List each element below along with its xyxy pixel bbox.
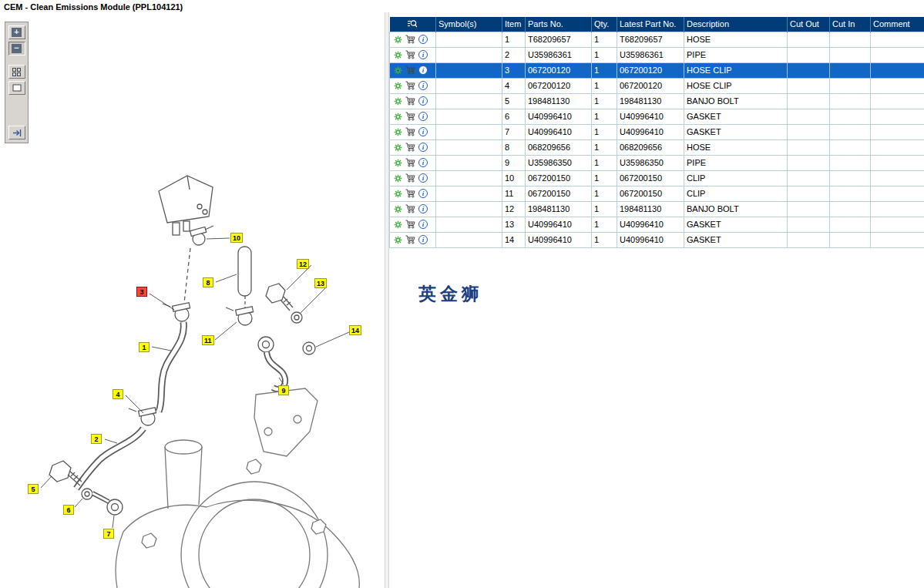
cell-parts-no: U40996410 [526,109,592,124]
single-view-button[interactable] [8,81,25,95]
gear-icon[interactable] [394,35,402,44]
table-row[interactable]: i 9 U35986350 1 U35986350 PIPE [390,155,924,170]
cell-symbols [436,47,502,62]
transfer-button[interactable] [8,126,25,139]
callout-9[interactable]: 9 [278,385,289,395]
gear-icon[interactable] [394,113,402,121]
callout-14[interactable]: 14 [349,325,361,335]
table-row[interactable]: i 13 U40996410 1 U40996410 GASKET [390,217,924,232]
info-icon[interactable]: i [418,66,428,75]
gear-icon[interactable] [394,205,402,213]
cart-icon[interactable] [405,220,415,229]
gear-icon[interactable] [394,82,402,90]
callout-2[interactable]: 2 [91,434,102,444]
cart-icon[interactable] [405,143,415,152]
info-icon[interactable]: i [418,81,428,90]
callout-11[interactable]: 11 [202,335,214,345]
gear-icon[interactable] [394,190,402,198]
cell-comment [871,62,924,78]
gear-icon[interactable] [394,97,402,106]
gear-icon[interactable] [394,174,402,183]
table-row[interactable]: i 4 067200120 1 067200120 HOSE CLIP [390,78,924,93]
column-header-cut-in[interactable]: Cut In [830,17,871,32]
cell-cut-in [830,217,871,232]
column-header-description[interactable]: Description [684,17,788,32]
cart-icon[interactable] [405,173,415,183]
cell-cut-in [830,186,871,201]
cart-icon[interactable] [405,81,415,90]
gear-icon[interactable] [394,143,402,152]
gear-icon[interactable] [394,66,402,75]
column-header-qty[interactable]: Qty. [592,17,617,32]
info-icon[interactable]: i [418,96,428,106]
tile-view-icon [12,68,21,76]
cart-icon[interactable] [405,50,415,59]
cart-icon[interactable] [405,127,415,136]
cell-qty: 1 [592,139,617,155]
zoom-in-button[interactable]: + [8,25,25,39]
info-icon[interactable]: i [418,50,428,59]
callout-10[interactable]: 10 [230,233,243,243]
cell-cut-out [788,139,830,155]
cart-icon[interactable] [405,96,415,106]
cart-icon[interactable] [405,66,415,75]
table-row[interactable]: i 8 068209656 1 068209656 HOSE [390,139,924,155]
column-header-parts-no[interactable]: Parts No. [526,17,592,32]
row-actions-cell: i [390,93,436,109]
callout-6[interactable]: 6 [63,505,74,515]
callout-3[interactable]: 3 [136,287,147,297]
table-row[interactable]: i 12 198481130 1 198481130 BANJO BOLT [390,201,924,217]
table-row[interactable]: i 2 U35986361 1 U35986361 PIPE [390,47,924,62]
info-icon[interactable]: i [418,158,428,167]
table-row[interactable]: i 7 U40996410 1 U40996410 GASKET [390,124,924,139]
gear-icon[interactable] [394,159,402,167]
callout-5[interactable]: 5 [28,484,39,494]
info-icon[interactable]: i [418,112,428,121]
row-actions-cell: i [390,201,436,217]
diagram-pane[interactable]: 1234567891011121314 + − [0,12,384,588]
column-header-item[interactable]: Item [502,17,526,32]
cell-description: PIPE [684,47,788,62]
table-row[interactable]: i 5 198481130 1 198481130 BANJO BOLT [390,93,924,109]
callout-13[interactable]: 13 [314,278,327,288]
cart-icon[interactable] [405,158,415,167]
info-icon[interactable]: i [418,127,428,136]
callout-4[interactable]: 4 [113,389,123,399]
column-header-latest-part-no[interactable]: Latest Part No. [617,17,684,32]
info-icon[interactable]: i [418,204,428,213]
column-header-cut-out[interactable]: Cut Out [788,17,830,32]
table-row[interactable]: i 3 067200120 1 067200120 HOSE CLIP [390,62,924,78]
table-row[interactable]: i 10 067200150 1 067200150 CLIP [390,170,924,186]
header-find-cell[interactable] [390,17,436,32]
cart-icon[interactable] [405,35,415,44]
cell-qty: 1 [592,170,617,186]
gear-icon[interactable] [394,51,402,59]
table-row[interactable]: i 11 067200150 1 067200150 CLIP [390,186,924,201]
callout-7[interactable]: 7 [103,529,114,539]
callout-12[interactable]: 12 [297,259,309,269]
zoom-out-button[interactable]: − [8,42,25,55]
table-row[interactable]: i 14 U40996410 1 U40996410 GASKET [390,232,924,247]
cell-item: 7 [502,124,526,139]
info-icon[interactable]: i [418,143,428,152]
column-header-symbol-s[interactable]: Symbol(s) [436,17,502,32]
table-row[interactable]: i 6 U40996410 1 U40996410 GASKET [390,109,924,124]
info-icon[interactable]: i [418,173,428,183]
cart-icon[interactable] [405,189,415,198]
info-icon[interactable]: i [418,189,428,198]
table-row[interactable]: i 1 T68209657 1 T68209657 HOSE [390,32,924,47]
tile-view-button[interactable] [8,65,25,79]
gear-icon[interactable] [394,236,402,244]
info-icon[interactable]: i [418,235,428,244]
cart-icon[interactable] [405,235,415,244]
column-header-comment[interactable]: Comment [871,17,924,32]
callout-1[interactable]: 1 [139,342,150,352]
cart-icon[interactable] [405,112,415,121]
info-icon[interactable]: i [418,35,428,44]
gear-icon[interactable] [394,128,402,136]
row-actions-cell: i [390,155,436,170]
info-icon[interactable]: i [418,220,428,229]
cart-icon[interactable] [405,204,415,213]
gear-icon[interactable] [394,220,402,229]
callout-8[interactable]: 8 [203,277,213,287]
